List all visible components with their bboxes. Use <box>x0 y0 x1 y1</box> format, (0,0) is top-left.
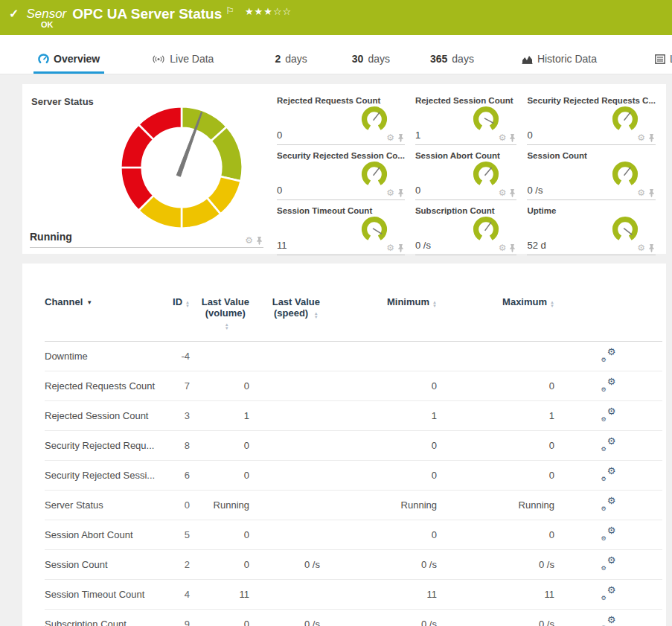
gauge-arc <box>608 157 642 191</box>
col-actions <box>554 293 662 342</box>
col-last-value-volume[interactable]: Last Value (volume) ▲▼ <box>190 293 249 342</box>
flag-icon[interactable]: ⚐ <box>225 5 234 16</box>
cell-minimum: 1 <box>320 401 437 431</box>
tab-30-days[interactable]: 30 days <box>348 53 394 74</box>
pin-icon[interactable] <box>397 188 405 197</box>
sensor-label: Sensor <box>26 7 66 22</box>
table-row[interactable]: Session Count 2 0 0 /s 0 /s 0 /s ⚙⚙ <box>45 550 662 580</box>
table-row[interactable]: Session Timeout Count 4 11 11 11 ⚙⚙ <box>45 580 662 610</box>
sort-arrows-icon[interactable]: ▲▼ <box>225 323 229 330</box>
channel-settings-gears-icon[interactable]: ⚙⚙ <box>601 467 616 481</box>
channel-table-panel: Channel▼ ID▲▼ Last Value (volume) ▲▼ Las… <box>22 264 666 626</box>
table-row[interactable]: Server Status 0 Running Running Running … <box>45 491 662 520</box>
channel-settings-gears-icon[interactable]: ⚙⚙ <box>601 378 616 392</box>
gauge-tile: Security Rejected Requests C... 0 ⚙ <box>527 96 656 145</box>
tab-live-data[interactable]: Live Data <box>147 53 218 74</box>
gauge-value: 0 /s <box>527 185 543 196</box>
pin-icon[interactable] <box>508 188 516 197</box>
sort-arrows-icon[interactable]: ▲▼ <box>550 301 554 308</box>
sort-arrows-icon[interactable]: ▲▼ <box>314 312 319 319</box>
table-row[interactable]: Subscription Count 9 0 0 /s 0 /s 0 /s ⚙⚙ <box>45 610 662 626</box>
pin-icon[interactable] <box>647 188 656 197</box>
gauge-tile: Session Timeout Count 11 ⚙ <box>277 206 405 255</box>
col-last-value-speed[interactable]: Last Value (speed) ▲▼ <box>249 293 320 342</box>
col-maximum[interactable]: Maximum▲▼ <box>437 293 554 342</box>
channel-settings-gears-icon[interactable]: ⚙⚙ <box>601 438 616 451</box>
cell-channel: Session Abort Count <box>45 520 160 550</box>
server-status-value: Running <box>30 231 72 243</box>
cell-maximum: 0 <box>437 461 554 491</box>
gauge-tile: Session Count 0 /s ⚙ <box>527 151 656 200</box>
table-row[interactable]: Session Abort Count 5 0 0 0 ⚙⚙ <box>45 520 662 550</box>
check-icon: ✓ <box>9 7 19 21</box>
gauge-tile: Security Rejected Session Co... 0 ⚙ <box>277 151 405 200</box>
gauge-tile: Rejected Requests Count 0 ⚙ <box>277 96 405 145</box>
gear-icon[interactable]: ⚙ <box>637 243 645 252</box>
col-id[interactable]: ID▲▼ <box>160 293 190 342</box>
gear-icon[interactable]: ⚙ <box>499 188 507 197</box>
table-row[interactable]: Rejected Session Count 3 1 1 1 ⚙⚙ <box>45 401 662 431</box>
channel-settings-gears-icon[interactable]: ⚙⚙ <box>601 616 616 626</box>
gear-icon[interactable]: ⚙ <box>499 133 507 142</box>
channel-settings-gears-icon[interactable]: ⚙⚙ <box>601 348 616 362</box>
channel-settings-gears-icon[interactable]: ⚙⚙ <box>601 527 616 540</box>
gauge-needle <box>374 112 380 121</box>
cell-minimum: 0 /s <box>320 550 437 580</box>
col-minimum[interactable]: Minimum▲▼ <box>320 293 437 342</box>
cell-id: 4 <box>160 580 190 610</box>
gauge-value: 0 <box>527 130 532 141</box>
gear-icon[interactable]: ⚙ <box>637 188 645 197</box>
gauge-needle <box>624 167 631 176</box>
cell-minimum: 0 <box>320 520 437 550</box>
tab-log[interactable]: Log <box>650 53 672 74</box>
log-icon <box>655 54 665 64</box>
gear-icon[interactable]: ⚙ <box>386 133 394 142</box>
chart-icon <box>522 54 533 64</box>
channel-settings-gears-icon[interactable]: ⚙⚙ <box>601 557 616 570</box>
gear-icon[interactable]: ⚙ <box>245 236 253 245</box>
cell-id: 7 <box>160 371 190 401</box>
sort-arrows-icon[interactable]: ▲▼ <box>185 301 190 308</box>
channel-settings-gears-icon[interactable]: ⚙⚙ <box>601 497 616 511</box>
pin-icon[interactable] <box>255 236 263 245</box>
sort-caret-icon: ▼ <box>86 299 92 306</box>
priority-stars[interactable]: ★★★☆☆ <box>245 6 292 17</box>
tab-overview[interactable]: Overview <box>33 53 104 74</box>
table-row[interactable]: Downtime -4 ⚙⚙ <box>45 342 662 371</box>
pin-icon[interactable] <box>647 243 656 252</box>
channel-settings-gears-icon[interactable]: ⚙⚙ <box>601 408 616 421</box>
sort-arrows-icon[interactable]: ▲▼ <box>432 301 437 308</box>
pin-icon[interactable] <box>508 243 516 252</box>
gauge-arc <box>469 212 503 246</box>
gear-icon[interactable]: ⚙ <box>499 243 507 252</box>
cell-last-value-volume: 0 <box>190 371 249 401</box>
table-row[interactable]: Security Rejected Sessi... 6 0 0 0 ⚙⚙ <box>45 461 662 491</box>
cell-channel: Session Timeout Count <box>45 580 160 610</box>
channel-settings-gears-icon[interactable]: ⚙⚙ <box>601 587 616 600</box>
gear-icon[interactable]: ⚙ <box>386 243 394 252</box>
pin-icon[interactable] <box>647 133 656 142</box>
gear-icon[interactable]: ⚙ <box>637 133 645 142</box>
tab-2-days[interactable]: 2 days <box>270 53 311 74</box>
col-channel[interactable]: Channel▼ <box>45 293 160 342</box>
cell-channel: Rejected Requests Count <box>45 371 160 401</box>
cell-channel: Downtime <box>45 342 160 371</box>
cell-maximum: Running <box>437 491 554 520</box>
cell-last-value-speed <box>249 401 320 431</box>
tab-365-days[interactable]: 365 days <box>426 53 479 74</box>
table-header-row: Channel▼ ID▲▼ Last Value (volume) ▲▼ Las… <box>45 293 662 342</box>
cell-maximum <box>437 342 554 371</box>
table-row[interactable]: Security Rejected Requ... 8 0 0 0 ⚙⚙ <box>45 431 662 461</box>
cell-last-value-volume: 11 <box>190 580 249 610</box>
pin-icon[interactable] <box>397 243 405 252</box>
cell-maximum: 0 /s <box>437 610 554 626</box>
gear-icon[interactable]: ⚙ <box>386 188 394 197</box>
pin-icon[interactable] <box>397 133 405 142</box>
cell-last-value-speed: 0 /s <box>249 550 320 580</box>
pin-icon[interactable] <box>508 133 516 142</box>
small-gauges-grid: Rejected Requests Count 0 ⚙ Rejected Ses… <box>266 90 659 254</box>
gauge-arc <box>608 102 642 136</box>
gauge-tile: Rejected Session Count 1 ⚙ <box>415 96 517 145</box>
table-row[interactable]: Rejected Requests Count 7 0 0 0 ⚙⚙ <box>45 371 662 401</box>
tab-historic-data[interactable]: Historic Data <box>517 53 601 74</box>
